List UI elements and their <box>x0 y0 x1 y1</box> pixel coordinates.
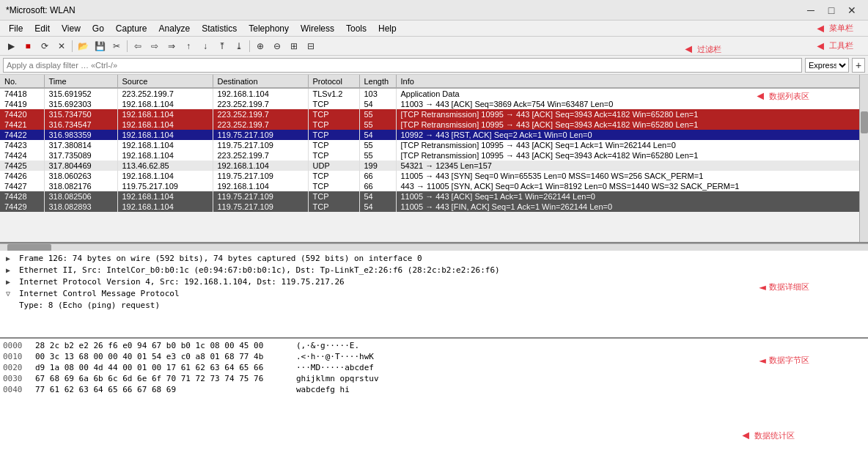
col-dst[interactable]: Destination <box>213 75 308 88</box>
packet-vscroll-thumb <box>861 111 868 133</box>
tb-normal[interactable]: ⊞ <box>286 39 302 54</box>
tb-prev[interactable]: ↑ <box>180 39 196 54</box>
menu-view[interactable]: View <box>56 22 87 35</box>
menu-telephony[interactable]: Telephony <box>243 22 295 35</box>
hex-annotation: ◄ 数据字节区 <box>759 353 809 367</box>
cell-info: [TCP Retransmission] 10995 → 443 [ACK] S… <box>396 119 868 130</box>
hex-rows: 0000 28 2c b2 e2 26 f6 e0 94 67 b0 b0 1c… <box>3 340 865 395</box>
filter-input[interactable] <box>3 58 802 73</box>
menu-tools[interactable]: Tools <box>340 22 372 35</box>
add-filter-button[interactable]: + <box>852 58 865 73</box>
hex-row: 0000 28 2c b2 e2 26 f6 e0 94 67 b0 b0 1c… <box>3 340 865 351</box>
table-row[interactable]: 74422 316.983359 192.168.1.104 119.75.21… <box>0 130 868 140</box>
cell-dst: 192.168.1.104 <box>213 181 308 191</box>
hex-ascii: (,·&·g·····E. <box>296 341 359 350</box>
tb-zoomout[interactable]: ⊖ <box>269 39 285 54</box>
cell-no: 74427 <box>0 181 44 191</box>
cell-info: [TCP Retransmission] 10995 → 443 [ACK] S… <box>396 150 868 161</box>
table-row[interactable]: 74428 318.082506 192.168.1.104 119.75.21… <box>0 191 868 202</box>
cell-time: 318.060263 <box>44 171 117 181</box>
packet-hscrollbar[interactable] <box>0 243 868 251</box>
tb-next[interactable]: ↓ <box>197 39 213 54</box>
toolbar: ▶ ■ ⟳ ✕ 📂 💾 ✂ ⇦ ⇨ ⇒ ↑ ↓ ⤒ ⤓ ⊕ ⊖ ⊞ ⊟ ◄ 工具… <box>0 37 868 56</box>
table-row[interactable]: 74427 318.082176 119.75.217.109 192.168.… <box>0 181 868 191</box>
cell-time: 315.691952 <box>44 88 117 99</box>
tb-save[interactable]: 💾 <box>92 39 108 54</box>
tb-last[interactable]: ⤓ <box>231 39 247 54</box>
menu-file[interactable]: File <box>3 22 29 35</box>
menu-edit[interactable]: Edit <box>29 22 56 35</box>
col-src[interactable]: Source <box>117 75 213 88</box>
cell-proto: TCP <box>308 191 359 202</box>
cell-src: 192.168.1.104 <box>117 109 213 119</box>
tb-zoomin[interactable]: ⊕ <box>252 39 268 54</box>
tb-close2[interactable]: ✂ <box>108 39 125 54</box>
col-time[interactable]: Time <box>44 75 117 88</box>
cell-dst: 192.168.1.104 <box>213 161 308 171</box>
col-proto[interactable]: Protocol <box>308 75 359 88</box>
menu-analyze[interactable]: Analyze <box>153 22 196 35</box>
cell-len: 55 <box>359 150 396 161</box>
tb-fwd[interactable]: ⇨ <box>147 39 163 54</box>
menu-wireless[interactable]: Wireless <box>295 22 340 35</box>
cell-proto: TCP <box>308 140 359 150</box>
table-row[interactable]: 74419 315.692303 192.168.1.104 223.252.1… <box>0 99 868 109</box>
cell-no: 74423 <box>0 140 44 150</box>
cell-info: [TCP Retransmission] 10995 → 443 [ACK] S… <box>396 140 868 150</box>
detail-text: Frame 126: 74 bytes on wire (592 bits), … <box>19 254 422 263</box>
tb-jump[interactable]: ⇒ <box>163 39 180 54</box>
detail-annotation: ◄ 数据详细区 <box>759 280 809 294</box>
tb-open[interactable]: 📂 <box>75 39 91 54</box>
cell-src: 192.168.1.104 <box>117 150 213 161</box>
cell-info: 443 → 11005 [SYN, ACK] Seq=0 Ack=1 Win=8… <box>396 181 868 191</box>
detail-text: Internet Protocol Version 4, Src: 192.16… <box>19 277 345 287</box>
detail-row[interactable]: ▽ Internet Control Message Protocol <box>3 287 865 299</box>
table-row[interactable]: 74425 317.804469 113.46.62.85 192.168.1.… <box>0 161 868 171</box>
close-button[interactable]: ✕ <box>842 2 862 18</box>
tb-restart[interactable]: ⟳ <box>37 39 53 54</box>
minimize-button[interactable]: ─ <box>801 2 821 18</box>
detail-row[interactable]: ▶ Internet Protocol Version 4, Src: 192.… <box>3 276 865 287</box>
tb-resize[interactable]: ⊟ <box>303 39 319 54</box>
cell-no: 74424 <box>0 150 44 161</box>
cell-no: 74426 <box>0 171 44 181</box>
col-len[interactable]: Length <box>359 75 396 88</box>
menu-go[interactable]: Go <box>87 22 110 35</box>
packet-vscrollbar[interactable] <box>859 75 868 242</box>
menu-statistics[interactable]: Statistics <box>196 22 243 35</box>
table-row[interactable]: 74420 315.734750 192.168.1.104 223.252.1… <box>0 109 868 119</box>
menu-help[interactable]: Help <box>372 22 402 35</box>
table-row[interactable]: 74423 317.380814 192.168.1.104 119.75.21… <box>0 140 868 150</box>
cell-src: 192.168.1.104 <box>117 130 213 140</box>
cell-info: 11005 → 443 [SYN] Seq=0 Win=65535 Len=0 … <box>396 171 868 181</box>
detail-row[interactable]: ▶ Frame 126: 74 bytes on wire (592 bits)… <box>3 252 865 264</box>
cell-time: 317.804469 <box>44 161 117 171</box>
detail-text: Internet Control Message Protocol <box>19 289 180 298</box>
col-no[interactable]: No. <box>0 75 44 88</box>
table-row[interactable]: 74418 315.691952 223.252.199.7 192.168.1… <box>0 88 868 99</box>
tb-sep3 <box>249 40 250 52</box>
tb-start[interactable]: ▶ <box>3 39 19 54</box>
expression-dropdown[interactable]: Expression… <box>805 58 849 73</box>
filterbar-annotation: ◄ 过滤栏 <box>683 43 721 56</box>
cell-dst: 223.252.199.7 <box>213 150 308 161</box>
detail-expand-icon: ▶ <box>6 254 15 262</box>
table-row[interactable]: 74424 317.735089 192.168.1.104 223.252.1… <box>0 150 868 161</box>
detail-row[interactable]: Type: 8 (Echo (ping) request) <box>3 299 865 311</box>
cell-no: 74421 <box>0 119 44 130</box>
hex-bytes: 67 68 69 6a 6b 6c 6d 6e 6f 70 71 72 73 7… <box>35 374 284 383</box>
table-row[interactable]: 74426 318.060263 192.168.1.104 119.75.21… <box>0 171 868 181</box>
table-row[interactable]: 74421 316.734547 192.168.1.104 223.252.1… <box>0 119 868 130</box>
tb-first[interactable]: ⤒ <box>214 39 230 54</box>
cell-len: 55 <box>359 140 396 150</box>
packet-detail: ◄ 数据详细区 ▶ Frame 126: 74 bytes on wire (5… <box>0 251 868 339</box>
maximize-button[interactable]: □ <box>821 2 842 18</box>
tb-close[interactable]: ✕ <box>54 39 70 54</box>
tb-back[interactable]: ⇦ <box>130 39 146 54</box>
col-info[interactable]: Info <box>396 75 868 88</box>
table-row[interactable]: 74429 318.082893 192.168.1.104 119.75.21… <box>0 202 868 212</box>
tb-stop[interactable]: ■ <box>20 39 36 54</box>
menu-capture[interactable]: Capture <box>110 22 153 35</box>
cell-proto: TCP <box>308 150 359 161</box>
detail-row[interactable]: ▶ Ethernet II, Src: IntelCor_b0:b0:1c (e… <box>3 264 865 276</box>
